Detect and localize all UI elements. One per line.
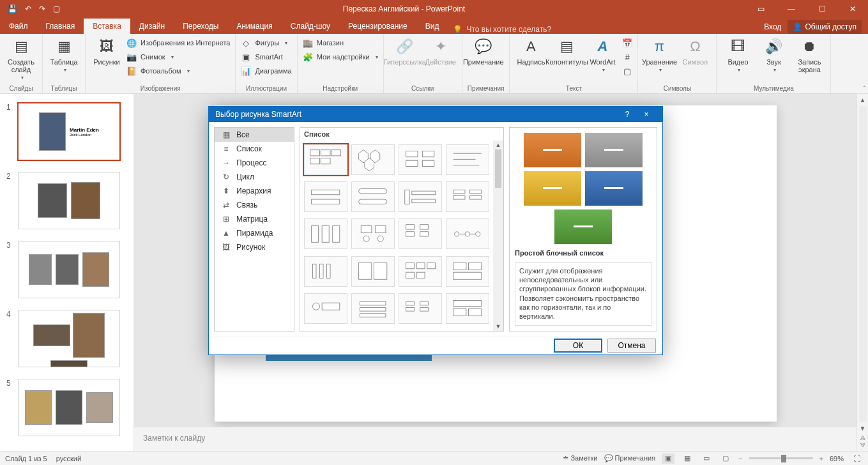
cat-all[interactable]: ▦Все — [215, 128, 294, 142]
save-icon[interactable]: 💾 — [8, 4, 17, 13]
cat-pyramid[interactable]: ▲Пирамида — [215, 226, 294, 240]
slide-thumb-4[interactable] — [18, 310, 120, 367]
sorter-view-icon[interactable]: ▦ — [681, 454, 694, 464]
new-slide-button[interactable]: ▤Создать слайд — [5, 36, 37, 80]
reading-view-icon[interactable]: ▭ — [700, 454, 713, 464]
share-button[interactable]: 👤 Общий доступ — [788, 20, 862, 34]
tab-review[interactable]: Рецензирование — [339, 19, 416, 34]
zoom-out-icon[interactable]: − — [738, 455, 742, 462]
smartart-option[interactable] — [351, 181, 395, 212]
audio-button[interactable]: 🔊Звук — [758, 36, 789, 73]
fit-to-window-icon[interactable]: ⛶ — [850, 454, 863, 464]
ok-button[interactable]: ОК — [554, 339, 602, 353]
cat-hierarchy[interactable]: ⬍Иерархия — [215, 184, 294, 198]
smartart-option[interactable] — [304, 293, 347, 324]
dialog-close-button[interactable]: × — [637, 110, 656, 119]
tab-animations[interactable]: Анимация — [227, 19, 281, 34]
store-button[interactable]: 🏬Магазин — [303, 36, 378, 49]
cat-list[interactable]: ≡Список — [215, 142, 294, 156]
pictures-button[interactable]: 🖼Рисунки — [91, 36, 123, 66]
online-pictures-button[interactable]: 🌐Изображения из Интернета — [126, 36, 230, 49]
dialog-title-bar[interactable]: Выбор рисунка SmartArt ? × — [209, 107, 662, 122]
smartart-option[interactable] — [304, 256, 347, 287]
slide-thumb-3[interactable] — [18, 241, 120, 298]
smartart-option[interactable] — [446, 293, 489, 324]
tab-home[interactable]: Главная — [37, 19, 84, 34]
smartart-option[interactable] — [399, 181, 442, 212]
smartart-option[interactable] — [399, 144, 442, 175]
tab-slideshow[interactable]: Слайд-шоу — [282, 19, 339, 34]
equation-button[interactable]: πУравнение — [643, 36, 675, 73]
slide-number-button[interactable]: # — [622, 50, 632, 63]
my-addins-button[interactable]: 🧩Мои надстройки — [303, 50, 378, 63]
normal-view-icon[interactable]: ▣ — [662, 454, 674, 464]
smartart-option[interactable] — [446, 144, 489, 175]
smartart-option[interactable] — [304, 218, 347, 249]
tab-design[interactable]: Дизайн — [130, 19, 174, 34]
smartart-option[interactable] — [351, 293, 395, 324]
smartart-option[interactable] — [399, 293, 442, 324]
notes-toggle[interactable]: ≐ Заметки — [563, 454, 597, 462]
smartart-option[interactable] — [446, 218, 489, 249]
slide-indicator[interactable]: Слайд 1 из 5 — [5, 455, 47, 462]
redo-icon[interactable]: ↷ — [39, 4, 45, 13]
scroll-up-icon[interactable]: ▲ — [860, 96, 866, 103]
smartart-option[interactable] — [446, 256, 489, 287]
tab-file[interactable]: Файл — [0, 19, 37, 34]
sign-in-link[interactable]: Вход — [764, 22, 781, 31]
prev-slide-icon[interactable]: ⩓ — [860, 434, 866, 441]
smartart-option[interactable] — [304, 181, 347, 212]
table-button[interactable]: ▦Таблица — [48, 36, 80, 73]
undo-icon[interactable]: ↶ — [25, 4, 31, 13]
shapes-button[interactable]: ◇Фигуры — [241, 36, 291, 49]
smartart-option[interactable] — [351, 218, 395, 249]
smartart-option[interactable] — [351, 144, 395, 175]
zoom-slider[interactable] — [749, 457, 813, 459]
tab-view[interactable]: Вид — [416, 19, 448, 34]
notes-pane[interactable]: Заметки к слайду — [134, 427, 857, 451]
zoom-level[interactable]: 69% — [830, 455, 844, 462]
slide-thumb-5[interactable] — [18, 379, 120, 436]
smartart-option[interactable] — [399, 256, 442, 287]
tell-me[interactable]: 💡 Что вы хотите сделать? — [448, 25, 764, 34]
cat-relationship[interactable]: ⇄Связь — [215, 198, 294, 212]
chart-button[interactable]: 📊Диаграмма — [241, 65, 291, 77]
tab-insert[interactable]: Вставка — [84, 19, 130, 34]
scroll-up-icon[interactable]: ▲ — [496, 142, 501, 148]
dialog-help-button[interactable]: ? — [618, 110, 637, 119]
tab-transitions[interactable]: Переходы — [174, 19, 227, 34]
cat-cycle[interactable]: ↻Цикл — [215, 170, 294, 184]
cat-picture[interactable]: 🖼Рисунок — [215, 240, 294, 254]
photo-album-button[interactable]: 📔Фотоальбом — [126, 65, 230, 77]
screen-recording-button[interactable]: ⏺Запись экрана — [793, 36, 825, 73]
cat-matrix[interactable]: ⊞Матрица — [215, 212, 294, 226]
video-button[interactable]: 🎞Видео — [722, 36, 754, 73]
scroll-track[interactable] — [859, 106, 867, 422]
ribbon-options-icon[interactable]: ▭ — [748, 4, 773, 13]
scroll-down-icon[interactable]: ▼ — [860, 425, 866, 432]
scroll-thumb[interactable] — [495, 149, 501, 188]
close-button[interactable]: ✕ — [840, 4, 865, 13]
language-indicator[interactable]: русский — [56, 455, 81, 462]
gallery-scrollbar[interactable]: ▲ ▼ — [493, 141, 503, 331]
comment-button[interactable]: 💬Примечание — [468, 36, 499, 66]
smartart-option[interactable] — [399, 218, 442, 249]
smartart-button[interactable]: ▣SmartArt — [241, 50, 291, 63]
scroll-down-icon[interactable]: ▼ — [496, 323, 501, 330]
minimize-button[interactable]: — — [779, 4, 804, 13]
slide-thumb-2[interactable] — [18, 172, 120, 229]
screenshot-button[interactable]: 📷Снимок — [126, 50, 230, 63]
smartart-option[interactable] — [351, 256, 395, 287]
wordart-button[interactable]: AWordArt — [586, 36, 618, 73]
slide-thumb-1[interactable]: Martin Eden Jack London — [18, 103, 120, 160]
cancel-button[interactable]: Отмена — [607, 339, 656, 353]
slide-thumbnail-panel[interactable]: 1 Martin Eden Jack London 2 3 — [0, 94, 134, 451]
comments-toggle[interactable]: 💬 Примечания — [604, 454, 656, 462]
maximize-button[interactable]: ☐ — [809, 4, 835, 13]
date-time-button[interactable]: 📅 — [622, 36, 632, 49]
start-from-beginning-icon[interactable]: ▢ — [53, 4, 60, 13]
collapse-ribbon-icon[interactable]: ˆ — [864, 86, 865, 93]
zoom-in-icon[interactable]: + — [819, 455, 823, 462]
smartart-option[interactable] — [446, 181, 489, 212]
header-footer-button[interactable]: ▤Колонтитулы — [551, 36, 582, 66]
